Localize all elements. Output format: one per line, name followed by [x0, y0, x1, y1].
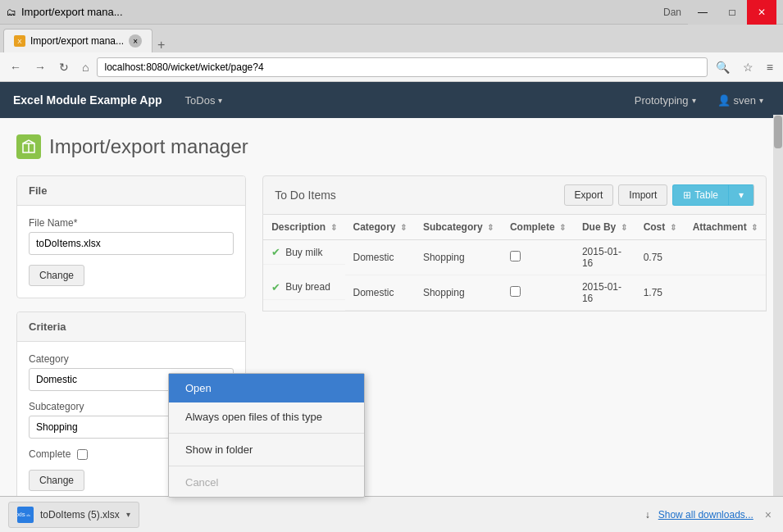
- table-icon: ⊞: [683, 189, 691, 201]
- app-favicon: 🗂: [7, 7, 16, 18]
- menu-separator-2: [169, 466, 364, 466]
- app: Excel Module Example App ToDos ▾ Prototy…: [0, 82, 783, 532]
- show-all-downloads-link[interactable]: Show all downloads...: [658, 509, 753, 521]
- reload-button[interactable]: ↻: [54, 57, 74, 77]
- complete-checkbox[interactable]: [77, 449, 88, 460]
- criteria-panel-heading: Criteria: [17, 312, 245, 342]
- tab-bar: X Import/export mana... × +: [0, 25, 783, 52]
- cell-description-text: Buy bread: [285, 281, 330, 293]
- context-menu-show-in-folder[interactable]: Show in folder: [169, 435, 364, 464]
- row-check-icon: ✔: [271, 281, 280, 293]
- row-complete-checkbox[interactable]: [510, 251, 521, 261]
- title-bar-text: Import/export mana...: [21, 6, 123, 18]
- sort-icon-complete[interactable]: ⇕: [559, 223, 566, 232]
- import-button[interactable]: Import: [618, 184, 667, 206]
- page-content: Import/export manager File File Name* Ch…: [0, 118, 783, 532]
- menu-separator: [169, 433, 364, 434]
- user-icon: 👤: [717, 94, 731, 107]
- sort-icon-due-by[interactable]: ⇕: [621, 223, 627, 232]
- context-menu: Open Always open files of this type Show…: [168, 373, 365, 498]
- app-navbar: Excel Module Example App ToDos ▾ Prototy…: [0, 82, 783, 118]
- cell-cost: 0.75: [635, 240, 685, 275]
- col-category: Category ⇕: [345, 215, 415, 240]
- cell-category: Domestic: [345, 275, 415, 311]
- sort-icon-subcategory[interactable]: ⇕: [487, 223, 494, 232]
- table-row: ✔ Buy bread Domestic Shopping 2015-01-16…: [263, 275, 766, 311]
- cell-description-text: Buy milk: [285, 247, 322, 258]
- download-arrow-icon: ↓: [645, 509, 650, 521]
- home-button[interactable]: ⌂: [77, 57, 93, 77]
- context-menu-cancel: Cancel: [169, 468, 364, 497]
- more-menu-button[interactable]: ≡: [762, 57, 778, 77]
- scrollbar-thumb[interactable]: [774, 116, 782, 148]
- cell-complete: [502, 275, 574, 311]
- box-icon: [21, 139, 36, 154]
- tab-close-button[interactable]: ×: [129, 34, 142, 48]
- active-tab[interactable]: X Import/export mana... ×: [3, 29, 153, 52]
- cell-cost: 1.75: [635, 275, 685, 311]
- xls-icon-label: xls: [17, 511, 25, 518]
- row-complete-checkbox[interactable]: [510, 286, 521, 297]
- title-bar: 🗂 Import/export mana... Dan — □ ✕: [0, 0, 783, 25]
- bookmark-button[interactable]: ☆: [738, 57, 758, 77]
- table-dropdown-button[interactable]: ▾: [728, 184, 754, 206]
- search-button[interactable]: 🔍: [711, 57, 735, 77]
- file-name-label: File Name*: [29, 217, 234, 229]
- criteria-change-button[interactable]: Change: [29, 470, 84, 491]
- page-header: Import/export manager: [16, 134, 767, 159]
- maximize-button[interactable]: □: [717, 0, 747, 25]
- file-name-input[interactable]: [29, 232, 234, 255]
- cell-due-by: 2015-01-16: [574, 240, 635, 275]
- category-label: Category: [29, 353, 234, 365]
- svg-text:xls: xls: [26, 513, 30, 516]
- table-row: ✔ Buy milk Domestic Shopping 2015-01-16 …: [263, 240, 766, 275]
- nav-prototyping-label: Prototyping: [635, 94, 689, 107]
- col-cost: Cost ⇕: [635, 215, 685, 240]
- minimize-button[interactable]: —: [688, 0, 717, 25]
- nav-prototyping[interactable]: Prototyping ▾: [628, 91, 703, 110]
- sort-icon-attachment[interactable]: ⇕: [751, 223, 758, 232]
- cell-subcategory: Shopping: [415, 240, 502, 275]
- address-bar[interactable]: [97, 57, 707, 77]
- page-title: Import/export manager: [49, 135, 248, 158]
- sort-icon-cost[interactable]: ⇕: [670, 223, 676, 232]
- scrollbar[interactable]: [773, 115, 783, 496]
- user-label: Dan: [657, 7, 688, 18]
- sort-icon-description[interactable]: ⇕: [330, 223, 337, 232]
- cell-attachment: [685, 275, 766, 311]
- table-button[interactable]: ⊞ Table: [672, 184, 728, 206]
- context-menu-always-open[interactable]: Always open files of this type: [169, 402, 364, 431]
- download-item: xls xls toDoItems (5).xlsx ▾: [8, 502, 139, 528]
- new-tab-button[interactable]: +: [153, 38, 170, 52]
- tab-favicon: X: [14, 35, 25, 47]
- col-description: Description ⇕: [263, 215, 344, 240]
- nav-user[interactable]: 👤 sven ▾: [711, 91, 770, 110]
- sort-icon-category[interactable]: ⇕: [400, 223, 407, 232]
- forward-button[interactable]: →: [30, 57, 51, 77]
- cell-subcategory: Shopping: [415, 275, 502, 311]
- todos-caret-icon: ▾: [218, 96, 222, 105]
- nav-todos-label: ToDos: [185, 94, 216, 107]
- file-panel-body: File Name* Change: [17, 206, 245, 298]
- context-menu-open[interactable]: Open: [169, 374, 364, 402]
- tab-label: Import/export mana...: [30, 35, 124, 47]
- col-due-by: Due By ⇕: [574, 215, 635, 240]
- complete-label: Complete: [29, 448, 71, 460]
- todo-title: To Do Items: [275, 189, 563, 202]
- user-caret-icon: ▾: [759, 96, 763, 105]
- cell-category: Domestic: [345, 240, 415, 275]
- col-complete: Complete ⇕: [502, 215, 574, 240]
- file-name-group: File Name*: [29, 217, 234, 255]
- download-bar-close-button[interactable]: ×: [762, 508, 775, 521]
- row-check-icon: ✔: [271, 246, 280, 258]
- download-chevron-icon[interactable]: ▾: [126, 510, 130, 519]
- back-button[interactable]: ←: [5, 57, 26, 77]
- file-change-button[interactable]: Change: [29, 265, 84, 286]
- download-file-icon: xls xls: [17, 507, 34, 523]
- close-button[interactable]: ✕: [747, 0, 776, 25]
- export-button[interactable]: Export: [564, 184, 614, 206]
- table-label: Table: [694, 189, 718, 201]
- todo-table: Description ⇕ Category ⇕ Subcategory ⇕: [263, 215, 766, 311]
- file-panel: File File Name* Change: [16, 175, 246, 298]
- nav-todos[interactable]: ToDos ▾: [179, 91, 230, 110]
